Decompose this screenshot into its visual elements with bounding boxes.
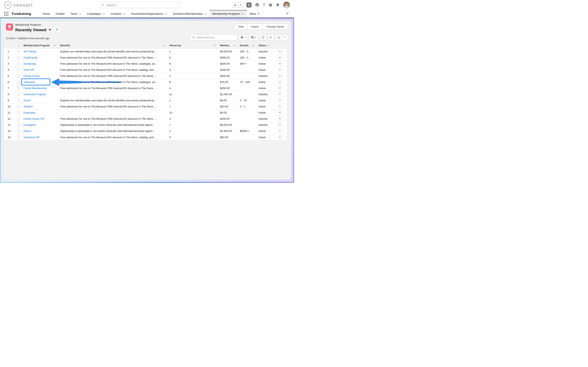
row-actions-button[interactable] [277, 62, 283, 66]
fee-cell: $300.00 [218, 61, 238, 67]
membership-program-link[interactable]: Family Membership [24, 87, 47, 90]
nav-tab-donations-memberships[interactable]: Donations/Memberships [170, 10, 209, 17]
row-checkbox[interactable] [17, 50, 20, 53]
row-checkbox[interactable] [17, 87, 20, 90]
row-actions-button[interactable] [277, 135, 283, 140]
favorites-caret-icon[interactable] [238, 2, 243, 8]
list-view-name[interactable]: Recently Viewed [15, 28, 47, 32]
membership-program-link[interactable]: Gold VIP [24, 68, 34, 71]
row-checkbox[interactable] [17, 56, 20, 59]
row-checkbox[interactable] [17, 111, 20, 114]
trailhead-icon[interactable] [255, 3, 259, 7]
row-actions-button[interactable] [277, 80, 283, 84]
nav-tab-more[interactable]: More [247, 10, 262, 17]
notifications-bell-icon[interactable] [276, 3, 280, 7]
column-header-benefits[interactable]: Benefits [58, 42, 167, 48]
donation-cell [238, 122, 256, 128]
row-actions-button[interactable] [277, 68, 283, 72]
row-checkbox[interactable] [17, 93, 20, 96]
membership-program-link[interactable]: Family Group VIP [24, 117, 44, 120]
membership-program-link[interactable]: Individual [24, 81, 35, 83]
membership-program-link[interactable]: Dual/Family [24, 56, 38, 59]
row-checkbox[interactable] [17, 68, 20, 71]
membership-program-link[interactable]: Individual VIP [24, 136, 40, 139]
charts-button[interactable] [275, 34, 282, 40]
membership-program-link[interactable]: University Program [24, 93, 46, 96]
membership-program-link[interactable]: Evangelist [24, 123, 36, 126]
favorites-split-button[interactable]: ★ [232, 2, 243, 8]
membership-program-link[interactable]: Family Group [24, 75, 39, 77]
row-checkbox[interactable] [17, 75, 20, 77]
row-checkbox[interactable] [17, 99, 20, 102]
caret-down-icon [258, 13, 259, 14]
global-search[interactable] [99, 2, 181, 8]
row-number: 1 [4, 49, 16, 54]
setup-gear-icon[interactable] [268, 3, 272, 7]
chevron-down-icon [165, 12, 167, 15]
new-button[interactable]: New [234, 24, 248, 30]
chevron-down-icon [123, 12, 125, 15]
row-actions-button[interactable] [277, 74, 283, 78]
view-selector-caret-icon[interactable] [49, 29, 51, 31]
column-header-donati[interactable]: Donati... [238, 42, 256, 48]
column-header-membe[interactable]: Membe... [218, 42, 238, 48]
row-checkbox[interactable] [17, 81, 20, 83]
column-header-status[interactable]: Status [256, 42, 272, 48]
global-search-input[interactable] [106, 3, 178, 7]
row-actions-cell [272, 73, 287, 79]
membership-program-link[interactable]: Employee [24, 111, 35, 114]
pin-list-view-button[interactable] [54, 27, 60, 33]
row-actions-button[interactable] [277, 86, 283, 90]
change-owner-button[interactable]: Change Owner [263, 24, 288, 30]
row-actions-button[interactable] [277, 117, 283, 121]
row-actions-button[interactable] [277, 98, 283, 103]
list-search-input[interactable] [196, 36, 235, 39]
row-checkbox[interactable] [17, 117, 20, 120]
nav-edit-pencil-icon[interactable] [286, 12, 289, 16]
nav-tab-campaigns[interactable]: Campaigns [84, 10, 108, 17]
inline-edit-button[interactable] [268, 34, 274, 40]
nav-tab-membership-programs[interactable]: Membership Programs [209, 10, 247, 17]
nav-tab-tasks[interactable]: Tasks [68, 10, 84, 17]
row-actions-button[interactable] [277, 49, 283, 54]
membership-program-link[interactable]: Student [24, 105, 33, 108]
membership-program-link[interactable]: Patron [24, 129, 31, 133]
refresh-button[interactable] [259, 34, 266, 40]
membership-program-link[interactable]: VIP Family [24, 50, 36, 53]
column-header-label: Donati... [240, 44, 250, 47]
row-actions-button[interactable] [277, 104, 283, 109]
row-checkbox[interactable] [17, 105, 20, 108]
row-actions-button[interactable] [277, 110, 283, 115]
membership-program-link[interactable]: Guest [24, 99, 31, 102]
nav-tab-chatter[interactable]: Chatter [53, 10, 67, 17]
nav-tab-home[interactable]: Home [40, 10, 53, 17]
nav-tab-contacts[interactable]: Contacts [108, 10, 128, 17]
row-checkbox[interactable] [17, 130, 20, 133]
membership-program-link[interactable]: Sustaining [24, 62, 36, 65]
import-button[interactable]: Import [248, 24, 263, 30]
row-checkbox[interactable] [17, 136, 20, 139]
select-all-checkbox[interactable] [18, 44, 19, 47]
donation-cell: 150 - 2... [238, 55, 256, 60]
help-icon[interactable]: ? [263, 3, 265, 7]
user-avatar[interactable] [283, 2, 290, 8]
display-as-button[interactable] [249, 34, 258, 40]
row-actions-button[interactable] [277, 55, 283, 60]
app-launcher-waffle-icon[interactable] [4, 12, 8, 16]
row-checkbox[interactable] [17, 124, 20, 126]
global-add-icon[interactable] [246, 2, 251, 8]
row-actions-button[interactable] [277, 92, 283, 96]
benefits-cell: Free admission for one to The Museum10% … [58, 134, 167, 140]
list-settings-button[interactable] [239, 34, 248, 40]
list-search[interactable] [190, 34, 237, 40]
column-header-membership-program[interactable]: Membership Program [21, 42, 58, 48]
favorites-star-icon[interactable]: ★ [232, 2, 238, 8]
content-area: Membership Programs Recently Viewed NewI… [0, 18, 294, 183]
row-checkbox[interactable] [17, 62, 20, 65]
row-actions-button[interactable] [277, 129, 283, 133]
row-actions-button[interactable] [277, 123, 283, 127]
column-header-hierarchy[interactable]: Hierarchy [167, 42, 218, 48]
membership-program-name-cell: Family Group [21, 73, 58, 79]
filter-button[interactable] [282, 34, 288, 40]
nav-tab-households-organizations[interactable]: Households/Organizations [128, 10, 170, 17]
